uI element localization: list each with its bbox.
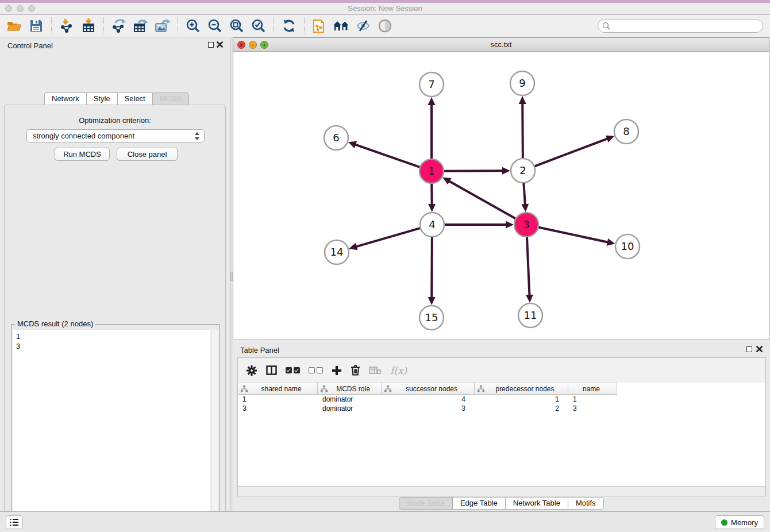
toolbar-separator <box>178 17 178 34</box>
graph-node[interactable]: 3 <box>514 213 538 237</box>
network-canvas[interactable]: 7968124314101511 <box>233 52 769 340</box>
graph-node[interactable]: 9 <box>510 71 534 95</box>
graph-edge[interactable] <box>428 237 436 305</box>
graph-edge[interactable] <box>348 141 420 167</box>
graph-node[interactable]: 4 <box>420 213 444 237</box>
graph-node[interactable]: 11 <box>518 303 542 327</box>
network-graph: 7968124314101511 <box>233 52 769 340</box>
graph-node[interactable]: 6 <box>324 126 348 150</box>
tab-network[interactable]: Network <box>44 92 87 105</box>
column-type-icon <box>321 385 328 392</box>
status-bar: Memory <box>0 511 770 532</box>
column-type-icon <box>478 385 484 392</box>
import-network-icon[interactable] <box>56 17 78 35</box>
mcds-result-list[interactable]: 13 <box>13 330 210 532</box>
graph-edge[interactable] <box>521 183 529 212</box>
column-header-successor-nodes[interactable]: successor nodes <box>382 383 475 395</box>
table-cell[interactable]: 1 <box>238 395 318 404</box>
graph-node[interactable]: 1 <box>419 159 444 183</box>
column-header-shared-name[interactable]: shared name <box>238 383 318 395</box>
table-cell[interactable]: dominator <box>318 404 382 413</box>
table-horizontal-scrollbar[interactable] <box>238 486 765 496</box>
open-session-icon[interactable] <box>3 17 25 35</box>
network-window: × − + scc.txt 7968124314101511 <box>233 37 769 340</box>
table-header-row: shared name MCDS role successor nodes pr… <box>238 383 765 395</box>
zoom-out-icon[interactable] <box>204 17 226 35</box>
add-column-icon[interactable] <box>332 362 342 379</box>
tab-edge-table[interactable]: Edge Table <box>452 497 506 510</box>
graph-node[interactable]: 14 <box>325 240 349 264</box>
graph-edge[interactable] <box>349 228 421 250</box>
result-scrollbar[interactable] <box>211 330 218 532</box>
graph-edge[interactable] <box>444 167 510 175</box>
tab-select[interactable]: Select <box>117 92 153 105</box>
table-cell[interactable]: 4 <box>382 395 475 404</box>
graph-node[interactable]: 2 <box>511 159 535 183</box>
select-all-icon[interactable] <box>286 362 300 379</box>
show-columns-icon[interactable] <box>266 362 277 379</box>
float-panel-icon[interactable] <box>208 42 214 48</box>
table-cell[interactable]: 1 <box>475 395 568 404</box>
graph-node[interactable]: 8 <box>614 119 638 144</box>
graph-edge[interactable] <box>444 221 514 229</box>
close-table-panel-icon[interactable] <box>756 345 763 353</box>
close-panel-button[interactable]: Close panel <box>117 148 178 161</box>
table-options-icon[interactable] <box>246 362 257 379</box>
save-session-icon[interactable] <box>25 17 47 35</box>
export-image-icon[interactable] <box>152 17 174 35</box>
network-from-file-icon[interactable] <box>309 17 330 35</box>
table-cell[interactable]: dominator <box>318 395 382 404</box>
export-network-icon[interactable] <box>108 17 130 35</box>
tab-style[interactable]: Style <box>86 92 118 105</box>
graph-edge[interactable] <box>428 97 436 159</box>
tab-motifs[interactable]: Motifs <box>568 497 604 510</box>
graph-node[interactable]: 15 <box>419 306 444 330</box>
search-field[interactable] <box>598 19 763 33</box>
function-builder-icon[interactable]: f(x) <box>390 362 407 379</box>
graph-edge[interactable] <box>519 96 526 159</box>
table-row[interactable]: 3dominator323 <box>238 404 765 413</box>
export-table-icon[interactable] <box>130 17 152 35</box>
column-header-name[interactable]: name <box>568 383 617 395</box>
table-cell[interactable]: 2 <box>475 404 568 413</box>
table-cell[interactable]: 3 <box>568 404 617 413</box>
table-row[interactable]: 1dominator411 <box>238 395 765 404</box>
criterion-label: Optimization criterion: <box>5 116 225 125</box>
search-input[interactable] <box>613 22 763 30</box>
float-table-panel-icon[interactable] <box>746 346 752 352</box>
memory-button[interactable]: Memory <box>715 515 764 529</box>
criterion-select[interactable]: strongly connected component <box>26 129 205 142</box>
graph-edge[interactable] <box>428 183 436 212</box>
graph-edge[interactable] <box>538 227 615 245</box>
import-table-icon[interactable] <box>78 17 99 35</box>
delete-table-icon[interactable] <box>369 362 382 379</box>
zoom-fit-icon[interactable] <box>226 17 248 35</box>
graph-edge[interactable] <box>442 178 516 219</box>
column-header-mcds-role[interactable]: MCDS role <box>318 383 382 395</box>
graph-edge[interactable] <box>526 237 533 303</box>
delete-columns-icon[interactable] <box>351 362 360 379</box>
table-cell[interactable]: 3 <box>238 404 318 413</box>
svg-text:15: 15 <box>425 311 438 323</box>
graph-node[interactable]: 7 <box>419 72 444 97</box>
deselect-all-icon[interactable] <box>309 362 323 379</box>
graph-edge[interactable] <box>534 136 615 167</box>
graph-node[interactable]: 10 <box>615 234 640 259</box>
hide-selected-icon[interactable] <box>352 17 374 35</box>
svg-text:10: 10 <box>621 240 634 252</box>
tab-network-table[interactable]: Network Table <box>505 497 568 510</box>
tab-mcds[interactable]: MCDS <box>152 92 189 105</box>
apply-layout-icon[interactable] <box>278 17 300 35</box>
column-header-predecessor-nodes[interactable]: predecessor nodes <box>475 383 568 395</box>
home-icon[interactable] <box>330 17 352 35</box>
close-panel-icon[interactable] <box>216 41 224 48</box>
run-mcds-button[interactable]: Run MCDS <box>55 148 110 161</box>
zoom-selected-icon[interactable] <box>248 17 270 35</box>
zoom-in-icon[interactable] <box>182 17 204 35</box>
table-cell[interactable]: 3 <box>382 404 475 413</box>
tab-node-table[interactable]: Node Table <box>399 497 453 510</box>
task-history-button[interactable] <box>6 515 23 529</box>
show-all-icon[interactable] <box>374 17 396 35</box>
memory-status-icon <box>721 519 727 526</box>
table-cell[interactable]: 1 <box>568 395 617 404</box>
